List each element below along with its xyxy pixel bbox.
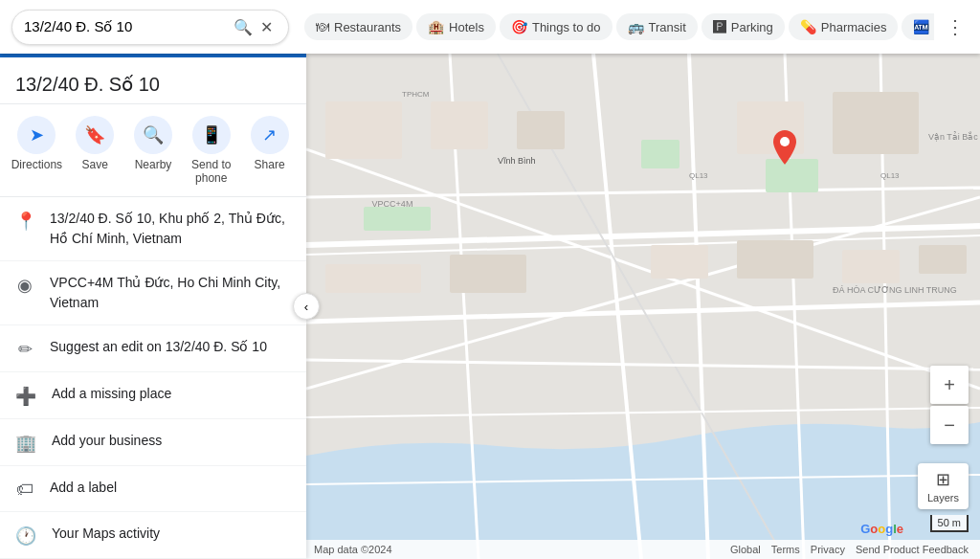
nearby-button[interactable]: 🔍 Nearby — [126, 116, 180, 185]
svg-rect-0 — [0, 54, 306, 57]
zoom-in-button[interactable]: + — [930, 366, 969, 404]
map-area[interactable]: VPCC+4M Vận Tải Bắc Tiến Phú ĐÁ HÒA CƯƠN… — [306, 54, 980, 559]
add-label-row[interactable]: 🏷 Add a label — [0, 466, 306, 512]
nav-parking[interactable]: 🅿 Parking — [702, 13, 785, 40]
top-bar: 🔍 ✕ 🍽 Restaurants 🏨 Hotels 🎯 Things to d… — [0, 0, 980, 54]
map-svg: VPCC+4M Vận Tải Bắc Tiến Phú ĐÁ HÒA CƯƠN… — [306, 54, 980, 559]
send-to-phone-button[interactable]: 📱 Send tophone — [185, 116, 238, 185]
nav-things-to-do[interactable]: 🎯 Things to do — [500, 13, 612, 40]
google-logo: Google — [860, 522, 903, 536]
search-button[interactable]: 🔍 — [230, 16, 256, 38]
directions-button[interactable]: ➤ Directions — [10, 116, 63, 185]
left-panel: 13/2/40 Đ. Số 10 ➤ Directions 🔖 Save 🔍 N… — [0, 54, 306, 559]
nav-hotels[interactable]: 🏨 Hotels — [416, 13, 496, 40]
global-link[interactable]: Global — [730, 544, 761, 555]
svg-text:QL13: QL13 — [880, 171, 900, 180]
add-label-text: Add a label — [50, 478, 117, 498]
share-icon: ↗ — [251, 116, 289, 154]
transit-icon: 🚌 — [628, 19, 644, 34]
privacy-link[interactable]: Privacy — [811, 544, 845, 555]
svg-rect-33 — [325, 101, 402, 159]
location-marker — [773, 130, 796, 170]
svg-rect-39 — [450, 255, 526, 293]
main-content: 13/2/40 Đ. Số 10 ➤ Directions 🔖 Save 🔍 N… — [0, 54, 980, 559]
svg-rect-34 — [431, 101, 488, 149]
svg-text:ĐÁ HÒA CƯƠNG LINH TRUNG: ĐÁ HÒA CƯƠNG LINH TRUNG — [833, 285, 957, 295]
save-button[interactable]: 🔖 Save — [68, 116, 122, 185]
share-button[interactable]: ↗ Share — [243, 116, 297, 185]
search-input[interactable] — [24, 19, 230, 35]
map-controls: + − — [930, 366, 969, 444]
nav-restaurants[interactable]: 🍽 Restaurants — [304, 13, 412, 40]
plus-code-icon: ◉ — [15, 275, 34, 296]
svg-rect-35 — [517, 111, 565, 149]
layers-button[interactable]: ⊞ Layers — [918, 463, 969, 509]
address-icon: 📍 — [15, 211, 34, 232]
svg-rect-37 — [833, 92, 919, 154]
map-footer: Map data ©2024 Global Terms Privacy Send… — [306, 540, 980, 559]
send-to-phone-label: Send tophone — [191, 158, 231, 185]
search-box: 🔍 ✕ — [11, 10, 289, 45]
location-image — [0, 54, 306, 57]
directions-label: Directions — [11, 158, 62, 171]
plus-code-row[interactable]: ◉ VPCC+4M Thủ Đức, Ho Chi Minh City, Vie… — [0, 261, 306, 325]
svg-text:VPCC+4M: VPCC+4M — [372, 199, 413, 209]
top-menu-button[interactable]: ⋮ — [942, 11, 969, 42]
nav-transit-label: Transit — [649, 20, 686, 34]
plus-code-text: VPCC+4M Thủ Đức, Ho Chi Minh City, Vietn… — [50, 273, 291, 313]
suggest-edit-icon: ✏ — [15, 339, 34, 360]
add-missing-place-row[interactable]: ➕ Add a missing place — [0, 372, 306, 419]
actions-bar: ➤ Directions 🔖 Save 🔍 Nearby 📱 Send toph… — [0, 104, 306, 197]
collapse-icon: ‹ — [304, 300, 308, 314]
things-icon: 🎯 — [511, 19, 527, 34]
suggest-edit-text: Suggest an edit on 13/2/40 Đ. Số 10 — [50, 337, 267, 357]
parking-icon: 🅿 — [713, 19, 726, 34]
zoom-out-button[interactable]: − — [930, 406, 969, 444]
activity-text: Your Maps activity — [52, 524, 160, 544]
collapse-panel-button[interactable]: ‹ — [293, 293, 320, 320]
suggest-edit-row[interactable]: ✏ Suggest an edit on 13/2/40 Đ. Số 10 — [0, 325, 306, 372]
left-panel-container: 13/2/40 Đ. Số 10 ➤ Directions 🔖 Save 🔍 N… — [0, 54, 306, 559]
nav-restaurants-label: Restaurants — [334, 20, 401, 34]
restaurants-icon: 🍽 — [316, 19, 329, 34]
info-section: 📍 13/2/40 Đ. Số 10, Khu phố 2, Thủ Đức, … — [0, 197, 306, 559]
send-to-phone-icon: 📱 — [192, 116, 231, 154]
nav-atms[interactable]: 🏧 ATMs — [902, 13, 934, 40]
top-nav: 🍽 Restaurants 🏨 Hotels 🎯 Things to do 🚌 … — [304, 13, 934, 40]
hotels-icon: 🏨 — [428, 19, 444, 34]
save-label: Save — [82, 158, 108, 171]
svg-rect-42 — [842, 250, 900, 283]
location-image-svg — [0, 54, 306, 57]
map-footer-links: Global Terms Privacy Send Product Feedba… — [726, 544, 972, 555]
svg-rect-40 — [651, 245, 708, 279]
svg-rect-43 — [919, 245, 967, 274]
svg-text:QL13: QL13 — [689, 171, 708, 180]
add-label-icon: 🏷 — [15, 480, 34, 500]
nav-transit[interactable]: 🚌 Transit — [616, 13, 698, 40]
terms-link[interactable]: Terms — [771, 544, 800, 555]
svg-text:TPHCM: TPHCM — [402, 90, 430, 99]
address-row[interactable]: 📍 13/2/40 Đ. Số 10, Khu phố 2, Thủ Đức, … — [0, 197, 306, 261]
pharmacies-icon: 💊 — [800, 19, 816, 34]
nav-pharmacies-label: Pharmacies — [821, 20, 887, 34]
nav-pharmacies[interactable]: 💊 Pharmacies — [789, 13, 899, 40]
place-title: 13/2/40 Đ. Số 10 — [15, 73, 291, 96]
save-icon: 🔖 — [76, 116, 114, 154]
feedback-link[interactable]: Send Product Feedback — [856, 544, 969, 555]
share-label: Share — [255, 158, 285, 171]
activity-row[interactable]: 🕐 Your Maps activity — [0, 512, 306, 559]
svg-point-54 — [780, 137, 790, 146]
add-missing-place-text: Add a missing place — [52, 384, 171, 404]
svg-rect-45 — [364, 207, 431, 231]
address-text: 13/2/40 Đ. Số 10, Khu phố 2, Thủ Đức, Hồ… — [50, 209, 291, 249]
svg-rect-41 — [737, 240, 813, 279]
map-data-text: Map data ©2024 — [314, 544, 392, 555]
scale-value: 50 m — [938, 517, 961, 528]
nav-parking-label: Parking — [731, 20, 773, 34]
nearby-label: Nearby — [135, 158, 172, 171]
add-business-text: Add your business — [52, 431, 162, 451]
add-business-row[interactable]: 🏢 Add your business — [0, 419, 306, 466]
layers-label: Layers — [927, 492, 959, 503]
clear-search-button[interactable]: ✕ — [256, 16, 277, 38]
svg-rect-38 — [325, 264, 421, 293]
